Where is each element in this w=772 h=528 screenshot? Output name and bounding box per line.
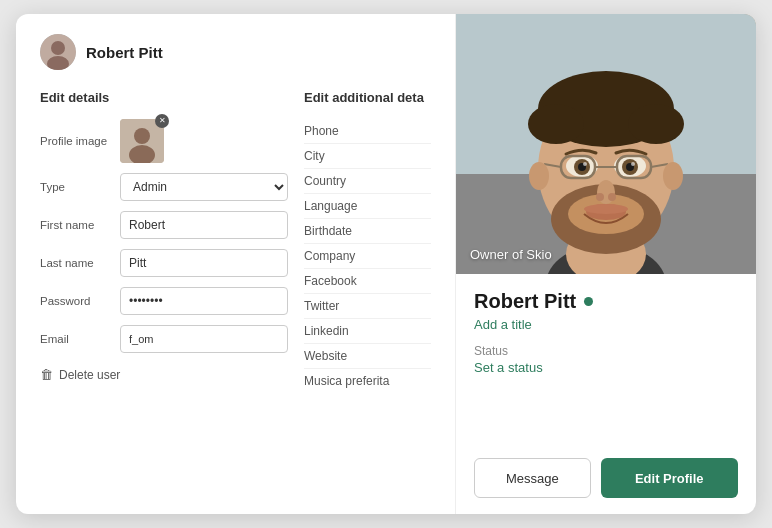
status-label: Status <box>474 344 738 358</box>
edit-details-title: Edit details <box>40 90 288 105</box>
edit-additional-title: Edit additional deta <box>304 90 431 105</box>
delete-user-label: Delete user <box>59 368 120 382</box>
online-indicator <box>584 297 593 306</box>
set-status-link[interactable]: Set a status <box>474 360 738 375</box>
two-columns: Edit details Profile image ✕ <box>40 90 431 393</box>
list-item[interactable]: Linkedin <box>304 319 431 344</box>
main-container: Robert Pitt Edit details Profile image <box>16 14 756 514</box>
list-item[interactable]: Country <box>304 169 431 194</box>
header-name: Robert Pitt <box>86 44 163 61</box>
svg-point-34 <box>529 162 549 190</box>
email-input[interactable] <box>120 325 288 353</box>
profile-image-row: Profile image ✕ <box>40 119 288 163</box>
svg-point-32 <box>528 104 584 144</box>
list-item[interactable]: Phone <box>304 119 431 144</box>
trash-icon: 🗑 <box>40 367 53 382</box>
right-panel: Owner of Skio Robert Pitt Add a title St… <box>456 14 756 514</box>
svg-point-35 <box>663 162 683 190</box>
svg-point-33 <box>628 104 684 144</box>
password-row: Password <box>40 287 288 315</box>
profile-name-row: Robert Pitt <box>474 290 738 313</box>
list-item[interactable]: Website <box>304 344 431 369</box>
svg-point-4 <box>134 128 150 144</box>
profile-image-container[interactable]: ✕ <box>120 119 164 163</box>
last-name-input[interactable] <box>120 249 288 277</box>
edit-details-section: Edit details Profile image ✕ <box>40 90 304 393</box>
last-name-label: Last name <box>40 257 112 269</box>
type-label: Type <box>40 181 112 193</box>
profile-info: Robert Pitt Add a title Status Set a sta… <box>456 274 756 514</box>
left-panel: Robert Pitt Edit details Profile image <box>16 14 456 514</box>
list-item[interactable]: Birthdate <box>304 219 431 244</box>
first-name-label: First name <box>40 219 112 231</box>
type-row: Type Admin User Editor <box>40 173 288 201</box>
add-title-link[interactable]: Add a title <box>474 317 738 332</box>
svg-point-24 <box>583 162 587 166</box>
svg-point-1 <box>51 41 65 55</box>
list-item[interactable]: Language <box>304 194 431 219</box>
list-item[interactable]: Facebook <box>304 269 431 294</box>
avatar <box>40 34 76 70</box>
action-buttons: Message Edit Profile <box>474 458 738 498</box>
svg-point-25 <box>631 162 635 166</box>
first-name-input[interactable] <box>120 211 288 239</box>
last-name-row: Last name <box>40 249 288 277</box>
profile-image-label: Profile image <box>40 135 112 147</box>
message-button[interactable]: Message <box>474 458 591 498</box>
header: Robert Pitt <box>40 34 431 70</box>
profile-full-name: Robert Pitt <box>474 290 576 313</box>
list-item[interactable]: Twitter <box>304 294 431 319</box>
svg-point-17 <box>608 193 616 201</box>
password-label: Password <box>40 295 112 307</box>
delete-user-button[interactable]: 🗑 Delete user <box>40 367 288 382</box>
additional-fields-list: Phone City Country Language Birthdate Co… <box>304 119 431 393</box>
email-row: Email <box>40 325 288 353</box>
svg-point-16 <box>596 193 604 201</box>
svg-point-14 <box>584 204 628 214</box>
profile-photo: Owner of Skio <box>456 14 756 274</box>
email-label: Email <box>40 333 112 345</box>
edit-additional-section: Edit additional deta Phone City Country … <box>304 90 431 393</box>
list-item[interactable]: Musica preferita <box>304 369 431 393</box>
edit-profile-button[interactable]: Edit Profile <box>601 458 738 498</box>
photo-overlay-text: Owner of Skio <box>470 247 552 262</box>
first-name-row: First name <box>40 211 288 239</box>
list-item[interactable]: City <box>304 144 431 169</box>
remove-image-button[interactable]: ✕ <box>155 114 169 128</box>
type-select[interactable]: Admin User Editor <box>120 173 288 201</box>
password-input[interactable] <box>120 287 288 315</box>
list-item[interactable]: Company <box>304 244 431 269</box>
